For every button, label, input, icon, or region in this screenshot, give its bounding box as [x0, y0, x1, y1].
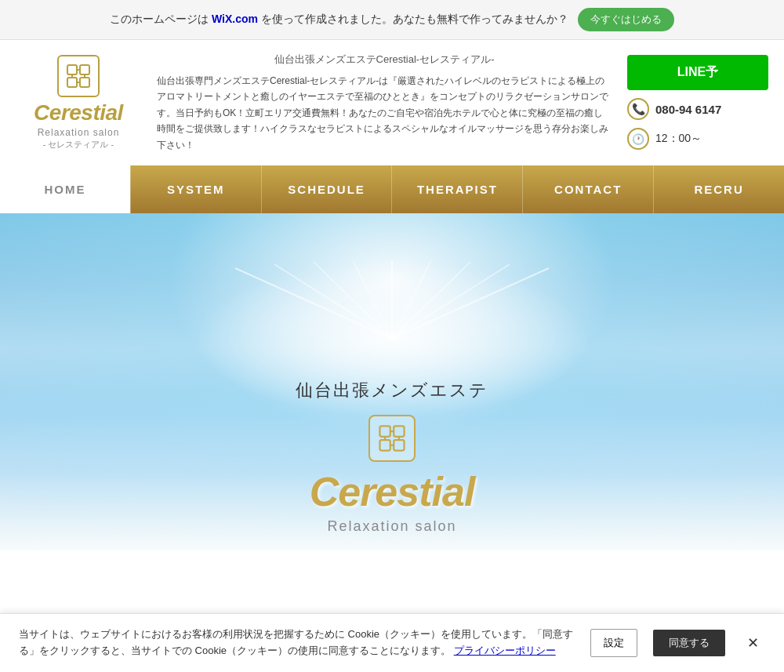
main-nav: HOME SYSTEM SCHEDULE THERAPIST CONTACT R…	[0, 165, 784, 213]
svg-rect-2	[67, 78, 77, 87]
svg-rect-18	[379, 426, 390, 436]
svg-rect-3	[80, 78, 89, 87]
clock-icon: 🕐	[627, 128, 649, 150]
logo-brand: Cerestial	[34, 100, 123, 125]
wix-brand: WiX.com	[212, 13, 258, 25]
phone-icon: 📞	[627, 98, 649, 120]
hero-brand: Cerestial	[296, 468, 488, 515]
logo-area: Cerestial Relaxation salon - セレスティアル -	[16, 55, 141, 151]
svg-rect-21	[394, 440, 404, 450]
hero-content: 仙台出張メンズエステ Cerestial Relaxation salon	[296, 379, 488, 550]
svg-rect-19	[394, 426, 404, 436]
hours-info: 🕐 12：00～	[627, 128, 702, 150]
svg-rect-1	[80, 65, 89, 74]
wix-banner: このホームページは WiX.com を使って作成されました。あなたも無料で作って…	[0, 0, 784, 40]
phone-number: 080-94 6147	[655, 103, 721, 116]
hero-logo-svg	[376, 423, 408, 454]
logo-icon	[57, 55, 100, 97]
hero-logo-icon	[368, 415, 416, 462]
wix-banner-text: このホームページは WiX.com を使って作成されました。あなたも無料で作って…	[110, 13, 568, 27]
nav-contact[interactable]: CONTACT	[522, 165, 653, 213]
nav-schedule[interactable]: SCHEDULE	[261, 165, 392, 213]
hero-section: 仙台出張メンズエステ Cerestial Relaxation salon	[0, 213, 784, 550]
site-header: Cerestial Relaxation salon - セレスティアル - 仙…	[0, 40, 784, 165]
line-button[interactable]: LINE予	[627, 55, 768, 90]
nav-therapist[interactable]: THERAPIST	[391, 165, 522, 213]
site-title: 仙台出張メンズエステCerestial-セレスティアル-	[157, 53, 612, 67]
logo-sub1: Relaxation salon	[38, 127, 120, 138]
header-center: 仙台出張メンズエステCerestial-セレスティアル- 仙台出張専門メンズエス…	[141, 53, 627, 153]
nav-recruit[interactable]: RECRU	[653, 165, 784, 213]
wix-cta-button[interactable]: 今すぐはじめる	[578, 8, 674, 31]
logo-sub2: - セレスティアル -	[43, 139, 114, 151]
header-right: LINE予 📞 080-94 6147 🕐 12：00～	[627, 55, 768, 150]
nav-system[interactable]: SYSTEM	[130, 165, 261, 213]
hero-brand-sub: Relaxation salon	[296, 518, 488, 535]
nav-home[interactable]: HOME	[0, 165, 130, 213]
hero-subtitle: 仙台出張メンズエステ	[296, 379, 488, 402]
svg-rect-0	[67, 65, 77, 74]
header-description: 仙台出張専門メンズエステCerestial-セレスティアル-は『厳選されたハイレ…	[157, 73, 612, 153]
phone-info: 📞 080-94 6147	[627, 98, 721, 120]
svg-rect-20	[379, 440, 390, 450]
hours-text: 12：00～	[655, 132, 702, 146]
logo-svg	[64, 62, 93, 90]
